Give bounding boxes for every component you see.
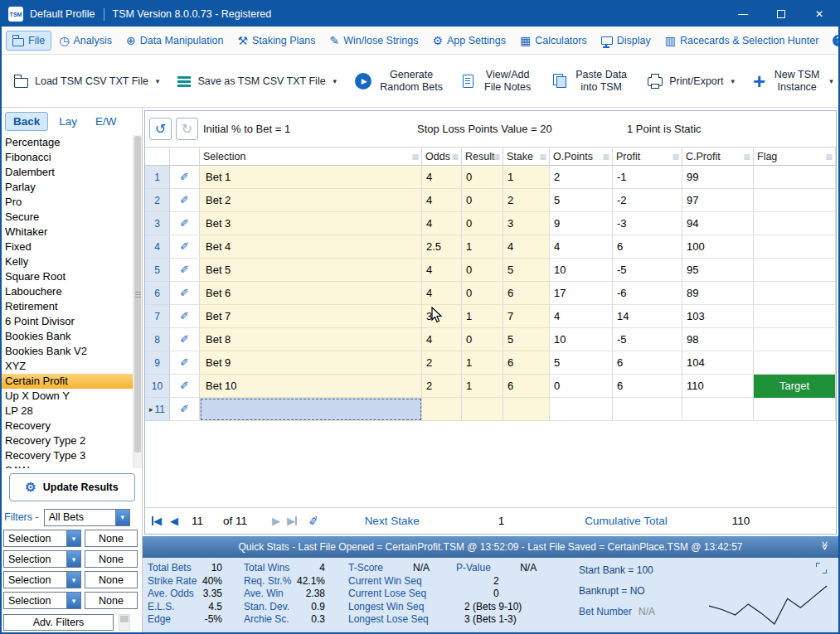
chevron-down-icon[interactable]: ▾ [66,593,80,608]
staking-plan-item[interactable]: Percentage [2,135,133,150]
staking-plan-item[interactable]: LP 28 [2,404,133,419]
load-file-button[interactable]: Load TSM CSV TXT File▾ [5,55,168,107]
tab-ew[interactable]: E/W [88,113,124,130]
cell-stake[interactable]: 2 [503,189,550,212]
next-record-button[interactable]: ▶ [272,515,280,527]
expand-icon[interactable] [816,563,827,574]
staking-plan-item[interactable]: Up X Down Y [2,389,133,404]
cell-odds[interactable]: 2.5 [422,235,462,259]
cell-opoints[interactable]: 2 [550,166,613,189]
menu-app-settings[interactable]: ⚙App Settings [425,31,512,51]
adv-filters-button[interactable]: Adv. Filters [3,614,114,631]
generate-random-bets-button[interactable]: ▶Generate Random Bets [346,55,454,107]
cell-cprofit[interactable]: 95 [682,259,754,282]
cell-stake[interactable]: 1 [503,166,550,189]
edit-row-icon[interactable]: ✐ [170,375,200,398]
cell-opoints[interactable]: 10 [550,328,613,351]
cell-selection[interactable]: Bet 2 [200,189,422,212]
cell-result[interactable]: 1 [462,375,503,398]
filter-selection-dropdown[interactable]: Selection▾ [3,550,81,568]
staking-plan-item[interactable]: 6 Point Divisor [2,314,133,329]
staking-plan-item[interactable]: Secure [2,210,133,225]
cell-odds[interactable]: 4 [422,259,462,282]
edit-row-icon[interactable]: ✐ [170,259,200,282]
staking-plan-item[interactable]: XYZ [2,359,133,374]
cell-opoints[interactable]: 9 [550,212,613,235]
row-number-cell[interactable]: 2 [145,189,170,212]
cell-odds[interactable]: 2 [422,351,462,375]
cell-cprofit[interactable]: 100 [682,235,754,259]
last-record-button[interactable]: ▶ [287,515,297,527]
cell-stake[interactable]: 5 [503,259,550,282]
scrollbar-thumb[interactable] [134,136,141,453]
edit-row-icon[interactable]: ✐ [170,305,200,328]
cell-selection[interactable]: Bet 4 [200,235,422,259]
row-number-cell[interactable]: 7 [145,305,170,328]
cell-stake[interactable]: 6 [503,282,550,305]
cell-profit[interactable]: 6 [613,235,682,259]
cell-opoints[interactable] [550,398,613,421]
cell-stake[interactable] [503,398,550,421]
column-header[interactable]: Flag [754,148,836,166]
row-number-cell[interactable]: 5 [145,259,170,282]
cell-result[interactable]: 1 [462,351,503,375]
staking-plan-item[interactable]: SAW [2,463,133,468]
cell-odds[interactable]: 4 [422,328,462,351]
column-header[interactable]: Odds [422,148,462,166]
cell-cprofit[interactable]: 99 [682,166,754,189]
menu-display[interactable]: Display [595,31,658,51]
cell-profit[interactable]: -6 [613,282,682,305]
filter-value-box[interactable]: None [85,530,138,547]
row-number-cell[interactable]: 10 [145,375,170,398]
cell-flag[interactable] [754,305,836,328]
undo-button[interactable]: ↺ [149,118,172,140]
column-header[interactable]: O.Points [550,148,613,166]
row-number-cell[interactable]: 6 [145,282,170,305]
row-number-cell[interactable]: 1 [145,166,170,189]
filter-selection-dropdown[interactable]: Selection▾ [3,530,81,547]
cell-result[interactable]: 0 [462,328,503,351]
menu-win-lose-strings[interactable]: ✎Win/lose Strings [323,31,425,51]
edit-row-icon[interactable]: ✐ [170,328,200,351]
cell-flag[interactable] [754,282,836,305]
menu-file[interactable]: File [6,31,51,51]
cell-selection[interactable]: Bet 10 [200,375,422,398]
staking-plan-item[interactable]: Recovery [2,419,133,433]
cell-flag[interactable] [754,166,836,189]
file-notes-button[interactable]: View/Add File Notes [454,55,544,107]
cell-cprofit[interactable]: 103 [682,305,754,328]
cell-flag[interactable] [754,351,836,375]
cell-result[interactable]: 1 [462,305,503,328]
cell-opoints[interactable]: 10 [550,259,613,282]
cell-cprofit[interactable]: 104 [682,351,754,375]
tab-back[interactable]: Back [5,112,48,131]
cell-profit[interactable]: -1 [613,166,682,189]
row-number-cell[interactable]: 4 [145,235,170,259]
staking-plan-item[interactable]: Fibonacci [2,150,133,165]
cell-stake[interactable]: 4 [503,235,550,259]
filter-selection-dropdown[interactable]: Selection▾ [3,592,81,609]
chevron-down-icon[interactable]: ▾ [66,572,80,588]
filter-value-box[interactable]: None [85,571,138,588]
cell-stake[interactable]: 3 [503,212,550,235]
staking-plan-item[interactable]: Retirement [2,299,133,314]
plan-list-scrollbar[interactable] [133,135,142,468]
staking-plan-item[interactable]: Recovery Type 3 [2,448,133,463]
staking-plan-item[interactable]: Bookies Bank [2,329,133,344]
collapse-chevron-icon[interactable]: ≫ [820,541,831,551]
column-header[interactable]: Stake [503,148,550,166]
cell-selection[interactable]: Bet 8 [200,328,422,351]
cell-profit[interactable] [613,398,682,421]
tab-lay[interactable]: Lay [51,113,85,130]
staking-plan-item[interactable]: Fixed [2,240,133,254]
menu-data-manipulation[interactable]: ⊕Data Manipulation [119,31,231,51]
cell-stake[interactable]: 6 [503,375,550,398]
mini-scrollbar[interactable] [119,614,130,631]
cell-opoints[interactable]: 5 [550,189,613,212]
cell-result[interactable]: 1 [462,235,503,259]
cell-result[interactable]: 0 [462,259,503,282]
menu-analysis[interactable]: ◷Analysis [52,31,119,51]
cell-result[interactable]: 0 [462,282,503,305]
cell-opoints[interactable]: 0 [550,375,613,398]
cell-opoints[interactable]: 4 [550,305,613,328]
